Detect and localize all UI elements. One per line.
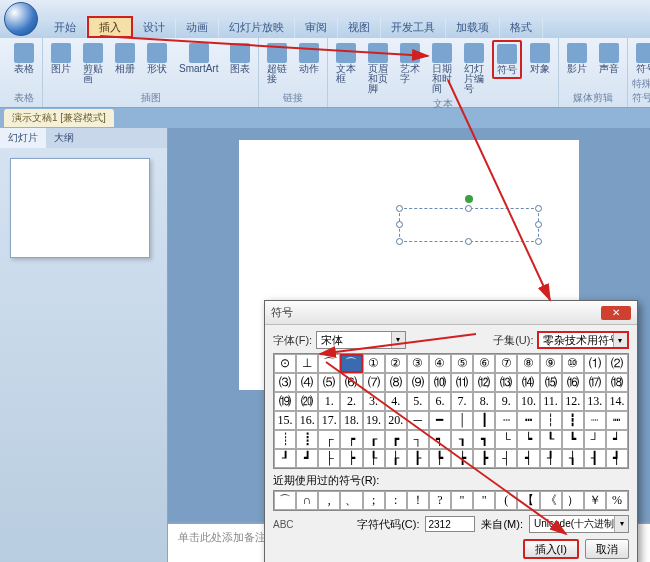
symbol-cell[interactable]: ⑦ [495,354,517,373]
symbol-cell[interactable]: ┙ [606,430,628,449]
ribbon-btn-幻灯片编号[interactable]: 幻灯片编号 [460,40,488,97]
symbol-cell[interactable]: ⑨ [540,354,562,373]
symbol-cell[interactable]: ┟ [385,449,407,468]
ribbon-btn-剪贴画[interactable]: 剪贴画 [79,40,107,87]
symbol-cell[interactable]: ⑼ [407,373,429,392]
symbol-cell[interactable]: ┦ [540,449,562,468]
symbol-cell[interactable]: ┍ [340,430,362,449]
ribbon-tab-8[interactable]: 加载项 [446,18,500,38]
symbol-cell[interactable]: ┗ [562,430,584,449]
symbol-cell[interactable]: ┒ [451,430,473,449]
recent-symbol-cell[interactable]: ∩ [296,491,318,510]
symbol-cell[interactable]: 13. [584,392,606,411]
symbol-cell[interactable]: ┓ [473,430,495,449]
resize-handle[interactable] [396,238,403,245]
office-orb[interactable] [4,2,38,36]
symbol-cell[interactable]: ┇ [562,411,584,430]
ribbon-btn-艺术字[interactable]: 艺术字 [396,40,424,87]
symbol-cell[interactable]: ⑩ [562,354,584,373]
symbol-cell[interactable]: ┕ [517,430,539,449]
symbol-cell[interactable]: ⌒ [340,354,362,373]
recent-symbol-cell[interactable]: " [473,491,495,510]
symbol-cell[interactable]: ⑥ [473,354,495,373]
symbol-cell[interactable]: 16. [296,411,318,430]
symbol-cell[interactable]: 10. [517,392,539,411]
symbol-cell[interactable]: ┅ [517,411,539,430]
recent-symbol-cell[interactable]: ; [363,491,385,510]
symbol-cell[interactable]: ┉ [606,411,628,430]
recent-symbol-cell[interactable]: ） [562,491,584,510]
symbol-cell[interactable]: 5. [407,392,429,411]
symbol-cell[interactable]: ⑤ [451,354,473,373]
symbol-cell[interactable]: ┃ [473,411,495,430]
symbol-cell[interactable]: ┡ [429,449,451,468]
symbol-cell[interactable]: ⑽ [429,373,451,392]
symbol-cell[interactable]: ⊥ [296,354,318,373]
symbol-cell[interactable]: ┚ [274,449,296,468]
ribbon-tab-3[interactable]: 动画 [176,18,219,38]
close-icon[interactable]: ✕ [601,306,631,320]
symbol-cell[interactable]: ⒄ [584,373,606,392]
symbol-cell[interactable]: 1. [318,392,340,411]
symbol-cell[interactable]: 2. [340,392,362,411]
resize-handle[interactable] [396,205,403,212]
cancel-button[interactable]: 取消 [585,539,629,559]
ribbon-tab-0[interactable]: 开始 [44,18,87,38]
ribbon-tab-2[interactable]: 设计 [133,18,176,38]
ribbon-btn-影片[interactable]: 影片 [563,40,591,77]
symbol-cell[interactable]: ⑸ [318,373,340,392]
recent-symbol-cell[interactable]: % [606,491,628,510]
symbol-cell[interactable]: 9. [495,392,517,411]
symbol-cell[interactable]: ┆ [540,411,562,430]
symbol-cell[interactable]: ┠ [407,449,429,468]
ribbon-btn-文本框[interactable]: 文本框 [332,40,360,87]
ribbon-btn-相册[interactable]: 相册 [111,40,139,77]
symbol-cell[interactable]: ⑹ [340,373,362,392]
recent-symbol-cell[interactable]: ！ [407,491,429,510]
recent-symbol-cell[interactable]: 【 [517,491,539,510]
symbol-cell[interactable]: ⑻ [385,373,407,392]
symbol-cell[interactable]: 18. [340,411,362,430]
ribbon-btn-日期和时间[interactable]: 日期和时间 [428,40,456,97]
ribbon-tab-1[interactable]: 插入 [87,16,133,38]
insert-button[interactable]: 插入(I) [523,539,579,559]
symbol-cell[interactable]: 15. [274,411,296,430]
symbol-cell[interactable]: ⑵ [606,354,628,373]
symbol-cell[interactable]: ⑿ [473,373,495,392]
ribbon-btn-页眉和页脚[interactable]: 页眉和页脚 [364,40,392,97]
symbol-cell[interactable]: ┝ [340,449,362,468]
symbol-cell[interactable]: ┩ [606,449,628,468]
slide-thumbnail[interactable] [10,158,150,258]
symbol-cell[interactable]: ┋ [296,430,318,449]
symbol-cell[interactable]: 3. [363,392,385,411]
recent-symbol-cell[interactable]: 《 [540,491,562,510]
tab-slides[interactable]: 幻灯片 [0,128,46,148]
symbol-cell[interactable]: ④ [429,354,451,373]
resize-handle[interactable] [535,205,542,212]
symbol-cell[interactable]: ┢ [451,449,473,468]
recent-symbol-cell[interactable]: " [451,491,473,510]
symbol-cell[interactable]: ┎ [363,430,385,449]
ribbon-tab-4[interactable]: 幻灯片放映 [219,18,295,38]
from-combo[interactable]: Unicode(十六进制) ▾ [529,515,629,533]
ribbon-tab-7[interactable]: 开发工具 [381,18,446,38]
ribbon-btn-符号[interactable]: 符号 [632,40,650,77]
symbol-cell[interactable]: ⑧ [517,354,539,373]
symbol-cell[interactable]: ⒁ [517,373,539,392]
ribbon-tab-5[interactable]: 审阅 [295,18,338,38]
symbol-cell[interactable]: ⑶ [274,373,296,392]
font-combo[interactable]: 宋体 ▾ [316,331,406,349]
symbol-cell[interactable]: ┨ [584,449,606,468]
recent-symbol-cell[interactable]: ? [429,491,451,510]
symbol-cell[interactable]: ┖ [540,430,562,449]
symbol-cell[interactable]: ① [363,354,385,373]
symbol-cell[interactable]: ⒃ [562,373,584,392]
symbol-cell[interactable]: 11. [540,392,562,411]
recent-symbol-cell[interactable]: , [318,491,340,510]
ribbon-btn-声音[interactable]: 声音 [595,40,623,77]
symbol-cell[interactable]: ─ [407,411,429,430]
symbol-cell[interactable]: ┧ [562,449,584,468]
symbol-cell[interactable]: 17. [318,411,340,430]
symbol-cell[interactable]: ③ [407,354,429,373]
ribbon-btn-表格[interactable]: 表格 [10,40,38,77]
